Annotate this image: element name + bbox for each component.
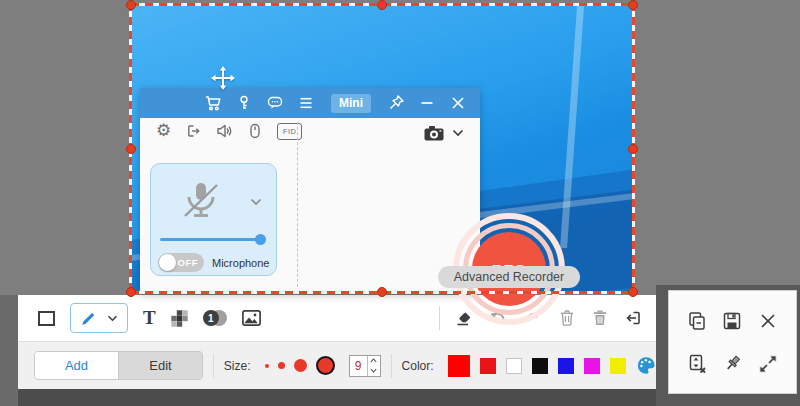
spinner-down-icon[interactable]: [368, 366, 380, 376]
pencil-tool-selected[interactable]: [70, 303, 128, 333]
close-icon[interactable]: [449, 94, 467, 112]
save-icon[interactable]: [721, 310, 743, 332]
mic-volume-slider[interactable]: [160, 238, 265, 241]
text-tool[interactable]: T: [143, 308, 156, 328]
spinner-up-icon[interactable]: [368, 356, 380, 366]
mic-off-toggle[interactable]: OFF: [158, 253, 204, 272]
size-dot[interactable]: [265, 364, 269, 368]
mic-toggle-row: OFF Microphone: [158, 253, 269, 272]
bottom-backdrop-strip: [18, 389, 656, 406]
options-divider: [213, 354, 214, 378]
selection-handle-middle-right[interactable]: [628, 144, 638, 154]
color-swatch[interactable]: [480, 358, 496, 374]
pencil-options-chevron-icon[interactable]: [107, 315, 118, 322]
pin-image-icon[interactable]: [721, 353, 743, 375]
selection-handle-top-right[interactable]: [628, 0, 638, 10]
copy-icon[interactable]: [686, 310, 708, 332]
discard-close-icon[interactable]: [757, 310, 779, 332]
rectangle-tool[interactable]: [38, 311, 55, 326]
webcam-selector[interactable]: [424, 125, 464, 141]
spinner-buttons: [367, 356, 380, 376]
color-swatch[interactable]: [506, 358, 522, 374]
selection-handle-top-middle[interactable]: [377, 0, 387, 10]
color-swatch[interactable]: [558, 358, 574, 374]
advanced-recorder-button[interactable]: Advanced Recorder: [438, 266, 580, 288]
color-swatch[interactable]: [584, 358, 600, 374]
eraser-tool-icon[interactable]: [455, 309, 473, 327]
options-divider: [391, 354, 392, 378]
bottom-left-backdrop: [0, 295, 18, 406]
chevron-down-icon[interactable]: [452, 129, 464, 137]
microphone-muted-icon[interactable]: [179, 178, 223, 222]
cart-icon[interactable]: [204, 94, 222, 112]
screen-recorder-app: Mini ⚙ FID: [0, 0, 800, 406]
fid-resolution-icon[interactable]: FID: [277, 123, 302, 140]
move-cursor-icon[interactable]: [210, 65, 236, 91]
recorder-titlebar: Mini: [140, 88, 480, 118]
tab-edit[interactable]: Edit: [118, 352, 202, 379]
mini-mode-button[interactable]: Mini: [331, 94, 371, 113]
selection-handle-bottom-right[interactable]: [628, 287, 638, 297]
open-output-icon[interactable]: [184, 122, 202, 140]
pin-on-top-icon[interactable]: [387, 94, 405, 112]
exit-annotation-icon[interactable]: [624, 309, 642, 327]
size-label: Size:: [224, 359, 251, 373]
size-dots: [265, 356, 335, 375]
badge-number: 1: [203, 310, 219, 326]
mic-source-chevron-icon[interactable]: [250, 198, 262, 206]
annotation-toolbar: T 1: [18, 295, 656, 341]
add-edit-tabs: Add Edit: [34, 351, 203, 380]
minimize-icon[interactable]: [418, 94, 436, 112]
microphone-card: OFF Microphone: [150, 163, 277, 276]
slider-knob[interactable]: [255, 234, 266, 245]
number-badge-tool[interactable]: 1: [203, 308, 227, 328]
panel-divider: [297, 122, 298, 287]
selection-handle-middle-left[interactable]: [126, 144, 136, 154]
palette-icon[interactable]: [636, 354, 656, 377]
recorder-panel: Mini ⚙ FID: [140, 88, 480, 293]
mouse-icon[interactable]: [246, 122, 264, 140]
mosaic-tool-icon[interactable]: [171, 310, 188, 327]
speaker-icon[interactable]: [215, 122, 233, 140]
size-dot[interactable]: [294, 359, 307, 372]
scroll-capture-icon[interactable]: [686, 353, 708, 375]
recorder-settings-row: ⚙ FID: [156, 122, 302, 140]
size-dot[interactable]: [278, 362, 285, 369]
color-swatch[interactable]: [448, 355, 470, 377]
color-label: Color:: [402, 359, 434, 373]
size-dot[interactable]: [316, 356, 335, 375]
color-swatches: [448, 355, 626, 377]
tab-add[interactable]: Add: [35, 352, 118, 379]
toggle-state-label: OFF: [178, 257, 199, 268]
size-value: 9: [350, 356, 367, 376]
image-tool-icon[interactable]: [242, 310, 261, 326]
expand-fullscreen-icon[interactable]: [757, 353, 779, 375]
color-swatch[interactable]: [532, 358, 548, 374]
toggle-knob[interactable]: [159, 254, 176, 271]
camera-icon[interactable]: [424, 125, 444, 141]
key-icon[interactable]: [235, 94, 253, 112]
selection-handle-bottom-left[interactable]: [126, 287, 136, 297]
menu-icon[interactable]: [297, 94, 315, 112]
settings-gear-icon[interactable]: ⚙: [156, 122, 171, 140]
annotation-options-bar: Add Edit Size: 9 Color:: [18, 341, 656, 389]
color-swatch[interactable]: [610, 358, 626, 374]
microphone-label: Microphone: [212, 257, 269, 269]
feedback-chat-icon[interactable]: [266, 94, 284, 112]
toolbar-divider: [439, 306, 440, 330]
screenshot-action-panel: [668, 290, 797, 394]
selection-handle-bottom-middle[interactable]: [377, 287, 387, 297]
selection-handle-top-left[interactable]: [126, 0, 136, 10]
pencil-icon[interactable]: [80, 309, 98, 327]
delete-all-tool-icon[interactable]: [591, 309, 609, 327]
size-spinner[interactable]: 9: [349, 355, 381, 377]
delete-tool-icon[interactable]: [558, 309, 576, 327]
